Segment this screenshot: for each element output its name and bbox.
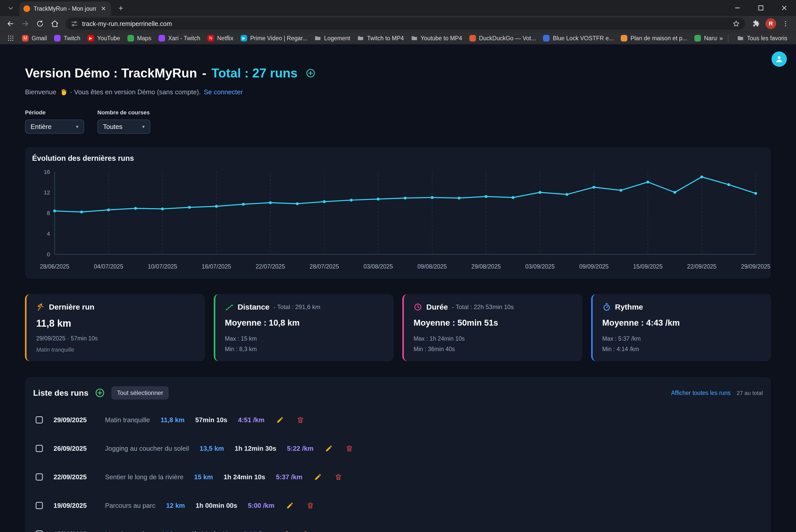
count-select[interactable]: Toutes ▾ <box>97 119 150 134</box>
pencil-icon <box>286 502 294 509</box>
browser-profile-avatar[interactable]: R <box>765 18 776 29</box>
edit-run-button[interactable] <box>280 529 290 532</box>
run-checkbox[interactable] <box>36 473 43 480</box>
back-button[interactable] <box>4 17 17 31</box>
distance-max: Max : 15 km <box>225 335 384 342</box>
edit-run-button[interactable] <box>313 472 323 482</box>
bookmark-item[interactable]: ▶YouTube <box>84 34 124 43</box>
delete-run-button[interactable] <box>301 529 310 532</box>
new-tab-button[interactable]: + <box>114 2 127 15</box>
bookmarks-overflow-chevron[interactable]: » <box>719 34 723 42</box>
count-filter: Nombre de courses Toutes ▾ <box>97 109 150 134</box>
bookmark-item[interactable]: Twitch to MP4 <box>354 34 407 43</box>
run-date: 29/09/2025 <box>54 416 94 424</box>
delete-run-button[interactable] <box>305 501 315 510</box>
all-bookmarks-folder[interactable]: Tous les favoris <box>734 34 791 43</box>
forward-button[interactable] <box>18 17 32 31</box>
add-run-list-button[interactable] <box>95 388 105 398</box>
maximize-button[interactable] <box>749 0 773 16</box>
run-checkbox[interactable] <box>36 416 43 423</box>
favicon <box>127 35 134 41</box>
stat-total: - Total : 291,6 km <box>274 303 321 310</box>
stopwatch-icon <box>602 303 611 311</box>
bookmark-item[interactable]: Blue Lock VOSTFR e... <box>539 34 617 43</box>
run-checkbox[interactable] <box>36 530 43 532</box>
login-link[interactable]: Se connecter <box>204 88 243 96</box>
address-bar[interactable]: track-my-run.remiperrinelle.com <box>66 18 745 30</box>
bookmark-item[interactable]: Maps <box>124 34 155 43</box>
show-all-runs-link[interactable]: Afficher toutes les runs <box>671 390 731 396</box>
run-dist: 15 km <box>194 473 213 481</box>
run-pace: 5:00 /km <box>248 502 274 510</box>
pencil-icon <box>325 444 333 452</box>
add-run-header-button[interactable] <box>306 68 316 78</box>
edit-run-button[interactable] <box>275 415 285 425</box>
tab-close-icon[interactable]: ✕ <box>100 5 107 13</box>
svg-text:03/09/2025: 03/09/2025 <box>525 263 555 270</box>
user-profile-button[interactable] <box>772 52 787 67</box>
site-settings-icon[interactable] <box>71 20 78 27</box>
bookmarks-right: » Tous les favoris <box>719 34 791 43</box>
run-checkbox[interactable] <box>36 445 43 452</box>
bookmark-item[interactable]: Xari - Twitch <box>155 34 204 43</box>
bookmark-item[interactable]: ▶Prime Video | Regar... <box>237 34 311 43</box>
bookmark-item[interactable]: Naruto Kayou - Goo... <box>691 34 717 43</box>
svg-text:29/08/2025: 29/08/2025 <box>471 263 501 270</box>
svg-text:8: 8 <box>47 210 50 216</box>
bookmarks-bar: MGmailTwitch▶YouTubeMapsXari - TwitchNNe… <box>0 32 796 44</box>
stat-title: Durée <box>426 303 448 311</box>
bookmark-item[interactable]: Logement <box>311 34 354 43</box>
run-row: 22/09/2025Sentier le long de la rivière1… <box>33 463 763 491</box>
bookmark-star-icon[interactable] <box>732 20 740 27</box>
tab-title: TrackMyRun - Mon journal run... <box>34 5 96 12</box>
run-checkbox[interactable] <box>36 502 43 509</box>
select-all-button[interactable]: Tout sélectionner <box>111 386 169 400</box>
delete-run-button[interactable] <box>334 472 343 482</box>
close-button[interactable] <box>773 0 796 16</box>
bookmark-item[interactable]: NNetflix <box>204 34 237 43</box>
tab-search-chevron-icon[interactable] <box>4 2 17 15</box>
delete-run-button[interactable] <box>296 415 305 425</box>
bookmark-item[interactable]: Plan de maison et p... <box>617 34 690 43</box>
bookmarks-divider <box>728 34 728 42</box>
tab-favicon <box>23 5 30 12</box>
apps-grid-icon[interactable] <box>5 33 16 44</box>
stat-card-distance: Distance - Total : 291,6 km Moyenne : 10… <box>214 294 394 361</box>
bookmark-item[interactable]: DuckDuckGo — Vot... <box>466 34 540 43</box>
plus-circle-icon <box>306 68 316 78</box>
favicon <box>54 35 61 41</box>
stat-title: Distance <box>238 303 270 311</box>
delete-run-button[interactable] <box>344 443 354 453</box>
run-dist: 14 km <box>161 530 180 532</box>
favicon <box>469 35 476 41</box>
menu-dots-icon[interactable] <box>779 17 792 31</box>
browser-toolbar: track-my-run.remiperrinelle.com R <box>0 16 796 32</box>
home-button[interactable] <box>48 17 62 31</box>
edit-run-button[interactable] <box>285 501 295 510</box>
reload-button[interactable] <box>33 17 47 31</box>
distance-min: Min : 8,3 km <box>225 346 384 353</box>
run-date: 19/09/2025 <box>54 502 94 510</box>
stats-row: Dernière run 11,8 km 29/09/2025 · 57min … <box>25 294 771 361</box>
svg-text:28/06/2025: 28/06/2025 <box>40 263 70 270</box>
bookmark-item[interactable]: Youtube to MP4 <box>408 34 466 43</box>
stat-card-pace: Rythme Moyenne : 4:43 /km Max : 5:37 /km… <box>591 294 771 361</box>
chart-card: Évolution des dernières runs 048121628/0… <box>25 147 771 279</box>
bookmark-item[interactable]: Twitch <box>51 34 84 43</box>
svg-text:16/07/2025: 16/07/2025 <box>202 263 231 270</box>
extensions-icon[interactable] <box>749 17 763 31</box>
distance-average: Moyenne : 10,8 km <box>225 318 384 328</box>
runs-rows: 29/09/2025Matin tranquille11,8 km57min 1… <box>33 406 763 532</box>
browser-tab[interactable]: TrackMyRun - Mon journal run... ✕ <box>19 2 111 16</box>
svg-text:12: 12 <box>44 189 50 196</box>
edit-run-button[interactable] <box>324 443 334 453</box>
runs-list-title: Liste des runs <box>33 388 89 398</box>
favicon: M <box>22 35 29 41</box>
chevron-down-icon: ▾ <box>142 124 145 130</box>
period-select[interactable]: Entière ▾ <box>25 119 84 134</box>
favicon <box>621 35 627 41</box>
bookmark-label: Twitch <box>64 35 80 42</box>
minimize-button[interactable] <box>726 0 749 16</box>
bookmark-item[interactable]: MGmail <box>18 34 51 43</box>
svg-text:28/07/2025: 28/07/2025 <box>309 263 339 270</box>
